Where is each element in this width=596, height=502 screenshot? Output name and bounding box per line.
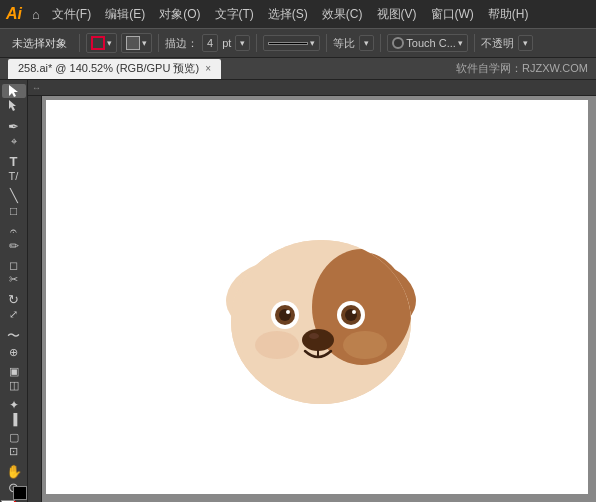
tool-type[interactable]: T [2,154,26,169]
main-area: ✒ ⌖ T T/ ╲ □ 𝄐 ✏ ◻ ✂ [0,80,596,502]
dog-illustration [46,100,588,494]
tab-close-button[interactable]: × [205,63,211,74]
tool-rotate[interactable]: ↻ [2,292,26,307]
tool-pencil[interactable]: ✏ [2,239,26,253]
svg-point-20 [352,310,356,314]
svg-point-21 [302,329,334,351]
eyedropper-icon: ✦ [9,398,19,412]
svg-point-16 [286,310,290,314]
menu-text[interactable]: 文字(T) [209,4,260,25]
menu-help[interactable]: 帮助(H) [482,4,535,25]
background-color-box[interactable] [13,486,27,500]
touch-color-circle [392,37,404,49]
type-icon: T [10,154,18,169]
perspective-icon: ▣ [9,365,19,378]
stroke-style-button[interactable]: ▾ [263,35,320,51]
brush-icon: 𝄐 [10,224,17,238]
tool-scale[interactable]: ⤢ [2,308,26,321]
menu-view[interactable]: 视图(V) [371,4,423,25]
tool-brush[interactable]: 𝄐 [2,224,26,238]
tool-pen[interactable]: ✒ [2,119,26,134]
slice-icon: ⊡ [9,445,18,458]
canvas-area[interactable]: ↔ [28,80,596,502]
stroke-style-preview [268,42,308,45]
touch-arrow: ▾ [458,38,463,48]
tool-select[interactable] [2,84,26,98]
toolbar-separator-6 [474,34,475,52]
tool-chart[interactable]: ▐ [2,413,26,425]
svg-point-11 [255,331,299,359]
menu-window[interactable]: 窗口(W) [425,4,480,25]
tool-hand[interactable]: ✋ [2,464,26,479]
warp-icon: 〜 [7,327,20,345]
tool-direct-select[interactable] [2,99,26,113]
tool-eyedropper[interactable]: ✦ [2,398,26,412]
hand-icon: ✋ [6,464,22,479]
title-bar: Ai ⌂ 文件(F) 编辑(E) 对象(O) 文字(T) 选择(S) 效果(C)… [0,0,596,28]
artboard [46,100,588,494]
stroke-unit-label: pt [222,37,231,49]
document-tab[interactable]: 258.ai* @ 140.52% (RGB/GPU 预览) × [8,59,221,79]
ruler-left [28,96,42,502]
rotate-icon: ↻ [8,292,19,307]
touch-label: Touch C... [406,37,456,49]
menu-file[interactable]: 文件(F) [46,4,97,25]
tool-warp[interactable]: 〜 [2,327,26,345]
tool-artboard[interactable]: ▢ [2,431,26,444]
tool-line[interactable]: ╲ [2,188,26,203]
watermark-text: 软件自学网：RJZXW.COM [456,61,588,76]
type-alt-icon: T/ [9,170,19,182]
ruler-top: ↔ [28,80,596,96]
stroke-color-button[interactable]: ▾ [86,33,117,53]
tool-curvature[interactable]: ⌖ [2,135,26,148]
dog-svg [177,177,457,417]
tool-perspective[interactable]: ▣ [2,365,26,378]
svg-marker-0 [9,85,18,97]
stroke-unit-dropdown[interactable]: ▾ [235,35,250,51]
gradient-icon: ◫ [9,379,19,392]
menu-bar: 文件(F) 编辑(E) 对象(O) 文字(T) 选择(S) 效果(C) 视图(V… [46,4,535,25]
ruler-top-label: ↔ [28,81,45,95]
toolbar-separator-4 [326,34,327,52]
toolbar-separator-3 [256,34,257,52]
svg-point-22 [309,333,319,339]
fill-button[interactable]: ▾ [121,33,152,53]
menu-edit[interactable]: 编辑(E) [99,4,151,25]
opacity-dropdown[interactable]: ▾ [518,35,533,51]
tool-scissors[interactable]: ✂ [2,273,26,286]
toolbar: 未选择对象 ▾ ▾ 描边： 4 pt ▾ ▾ 等比 ▾ Touch C... ▾… [0,28,596,58]
artboard-icon: ▢ [9,431,19,444]
svg-point-12 [343,331,387,359]
home-icon[interactable]: ⌂ [32,7,40,22]
pencil-icon: ✏ [9,239,19,253]
stroke-color-arrow: ▾ [107,38,112,48]
equal-ratio-label: 等比 [333,36,355,51]
tool-shape-builder[interactable]: ⊕ [2,346,26,359]
toolbar-separator-5 [380,34,381,52]
eraser-icon: ◻ [9,259,18,272]
pen-icon: ✒ [8,119,19,134]
stroke-width-input[interactable]: 4 [202,34,218,52]
menu-effect[interactable]: 效果(C) [316,4,369,25]
shape-builder-icon: ⊕ [9,346,18,359]
stroke-unit-arrow: ▾ [240,38,245,48]
chart-icon: ▐ [10,413,18,425]
stroke-style-arrow: ▾ [310,38,315,48]
touch-color-button[interactable]: Touch C... ▾ [387,34,468,52]
curvature-icon: ⌖ [11,135,17,148]
svg-marker-1 [9,100,16,111]
menu-select[interactable]: 选择(S) [262,4,314,25]
tool-eraser[interactable]: ◻ [2,259,26,272]
tool-gradient[interactable]: ◫ [2,379,26,392]
opacity-arrow: ▾ [523,38,528,48]
tool-rect[interactable]: □ [2,204,26,218]
left-toolbar: ✒ ⌖ T T/ ╲ □ 𝄐 ✏ ◻ ✂ [0,80,28,502]
toolbar-separator-2 [158,34,159,52]
tool-slice[interactable]: ⊡ [2,445,26,458]
menu-object[interactable]: 对象(O) [153,4,206,25]
stroke-width-value: 4 [207,37,213,49]
tool-type-alt[interactable]: T/ [2,170,26,182]
toolbar-separator-1 [79,34,80,52]
equal-ratio-arrow: ▾ [364,38,369,48]
equal-ratio-dropdown[interactable]: ▾ [359,35,374,51]
